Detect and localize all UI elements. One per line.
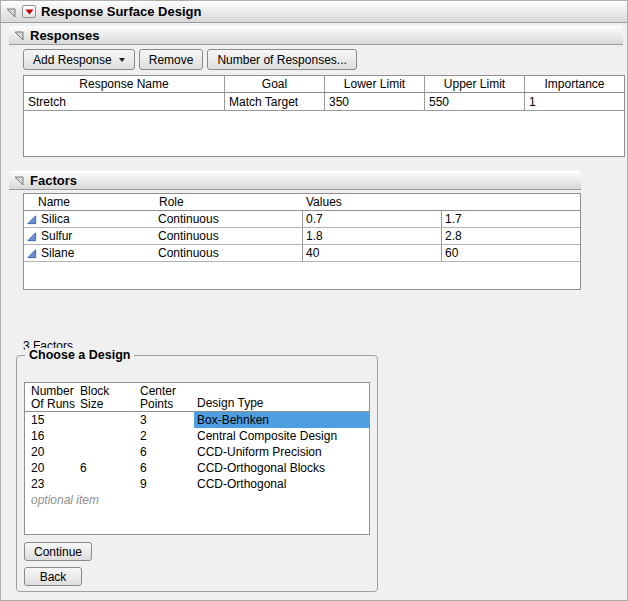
col-header-block-size: BlockSize (78, 385, 138, 411)
factors-section-title: Factors (30, 173, 77, 188)
factor-high-value-cell[interactable]: 60 (441, 245, 580, 261)
design-center-points: 3 (138, 412, 194, 428)
design-block-size (78, 428, 138, 444)
col-header-goal: Goal (224, 76, 324, 92)
red-triangle-icon (25, 9, 34, 15)
design-runs: 20 (25, 444, 78, 460)
factor-name[interactable]: Silica (41, 212, 70, 226)
design-row[interactable]: 20 6 6 CCD-Orthogonal Blocks (25, 460, 369, 476)
design-row[interactable]: 20 6 CCD-Uniform Precision (25, 444, 369, 460)
optional-item-label: optional item (25, 492, 99, 508)
factor-high-value-cell[interactable]: 2.8 (441, 228, 580, 244)
factor-name[interactable]: Sulfur (41, 229, 72, 243)
design-runs: 20 (25, 460, 78, 476)
remove-button[interactable]: Remove (139, 49, 204, 70)
responses-table: Response Name Goal Lower Limit Upper Lim… (23, 75, 625, 157)
design-row-optional: optional item (25, 492, 369, 508)
design-runs: 15 (25, 412, 78, 428)
responses-table-header: Response Name Goal Lower Limit Upper Lim… (24, 76, 624, 93)
red-triangle-menu-button[interactable] (22, 5, 36, 18)
col-header-role: Role (154, 194, 302, 210)
continuous-factor-icon (26, 248, 37, 259)
factors-section-header: Factors (9, 171, 581, 190)
col-header-lower-limit: Lower Limit (324, 76, 424, 92)
factor-row: Silane Continuous 40 60 (24, 245, 580, 262)
disclosure-triangle-icon[interactable] (5, 6, 17, 18)
back-button[interactable]: Back (24, 567, 82, 586)
factor-role[interactable]: Continuous (154, 228, 302, 244)
design-type-cell[interactable]: CCD-Uniform Precision (194, 444, 369, 460)
factor-row: Silica Continuous 0.7 1.7 (24, 211, 580, 228)
design-block-size (78, 412, 138, 428)
col-header-importance: Importance (524, 76, 624, 92)
design-center-points: 6 (138, 460, 194, 476)
response-upper-limit-cell[interactable]: 550 (424, 93, 524, 110)
response-name-cell[interactable]: Stretch (24, 93, 224, 110)
factor-high-value-cell[interactable]: 1.7 (441, 211, 580, 227)
response-lower-limit-cell[interactable]: 350 (324, 93, 424, 110)
col-header-factor-name: Name (24, 194, 154, 210)
choose-design-groupbox: Choose a Design NumberOf Runs BlockSize … (16, 355, 378, 592)
factor-low-value-cell[interactable]: 40 (302, 245, 441, 261)
col-header-center-points: CenterPoints (138, 385, 194, 411)
design-runs: 16 (25, 428, 78, 444)
responses-toolbar: Add Response Remove Number of Responses.… (23, 49, 357, 70)
continuous-factor-icon (26, 231, 37, 242)
design-list-header: NumberOf Runs BlockSize CenterPoints Des… (25, 383, 369, 412)
col-header-design-type: Design Type (194, 385, 369, 411)
response-goal-cell[interactable]: Match Target (224, 93, 324, 110)
disclosure-triangle-icon[interactable] (13, 174, 25, 186)
factor-row: Sulfur Continuous 1.8 2.8 (24, 228, 580, 245)
choose-design-title: Choose a Design (25, 348, 134, 362)
factor-role[interactable]: Continuous (154, 211, 302, 227)
design-type-cell[interactable]: Central Composite Design (194, 428, 369, 444)
design-block-size (78, 444, 138, 460)
design-center-points: 6 (138, 444, 194, 460)
response-table-row: Stretch Match Target 350 550 1 (24, 93, 624, 111)
design-block-size (78, 476, 138, 492)
factor-low-value-cell[interactable]: 1.8 (302, 228, 441, 244)
design-center-points: 2 (138, 428, 194, 444)
design-type-cell[interactable]: CCD-Orthogonal Blocks (194, 460, 369, 476)
add-response-button[interactable]: Add Response (23, 49, 135, 70)
continue-button[interactable]: Continue (24, 542, 92, 561)
design-center-points: 9 (138, 476, 194, 492)
factors-table: Name Role Values Silica Continuous 0.7 1… (23, 193, 581, 290)
col-header-response-name: Response Name (24, 76, 224, 92)
add-response-label: Add Response (33, 53, 112, 67)
col-header-upper-limit: Upper Limit (424, 76, 524, 92)
design-row[interactable]: 16 2 Central Composite Design (25, 428, 369, 444)
disclosure-triangle-icon[interactable] (13, 29, 25, 41)
col-header-number-of-runs: NumberOf Runs (25, 385, 78, 411)
design-type-cell-selected[interactable]: Box-Behnken (194, 412, 369, 428)
number-of-responses-button[interactable]: Number of Responses... (207, 49, 356, 70)
page-title: Response Surface Design (41, 4, 201, 19)
dropdown-caret-icon (119, 58, 125, 62)
design-list: NumberOf Runs BlockSize CenterPoints Des… (24, 382, 370, 535)
continuous-factor-icon (26, 214, 37, 225)
factors-table-header: Name Role Values (24, 194, 580, 211)
responses-section-header: Responses (9, 26, 623, 45)
design-type-cell[interactable]: CCD-Orthogonal (194, 476, 369, 492)
design-runs: 23 (25, 476, 78, 492)
factor-low-value-cell[interactable]: 0.7 (302, 211, 441, 227)
response-importance-cell[interactable]: 1 (524, 93, 624, 110)
design-row[interactable]: 23 9 CCD-Orthogonal (25, 476, 369, 492)
response-surface-design-window: Response Surface Design Responses Add Re… (0, 0, 628, 601)
factor-role[interactable]: Continuous (154, 245, 302, 261)
responses-section-title: Responses (30, 28, 99, 43)
design-block-size: 6 (78, 460, 138, 476)
main-outline-header: Response Surface Design (1, 1, 628, 23)
factor-name[interactable]: Silane (41, 246, 74, 260)
col-header-values: Values (302, 194, 580, 210)
design-row[interactable]: 15 3 Box-Behnken (25, 412, 369, 428)
